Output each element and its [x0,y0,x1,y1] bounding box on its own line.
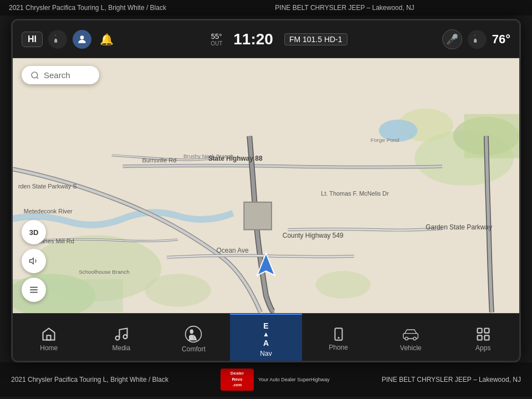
svg-text:Schoolhouse Branch: Schoolhouse Branch [79,269,130,275]
microphone-button[interactable]: 🎤 [442,29,462,49]
svg-text:rden State Parkway S: rden State Parkway S [18,183,76,190]
hamburger-icon [29,285,39,295]
nav-direction-indicator: E ▲ A [263,321,269,348]
passenger-seat-icon[interactable] [468,30,487,49]
bottom-dealer-info: PINE BELT CHRYSLER JEEP – Lakewood, NJ [382,376,521,383]
outdoor-temp-label: OUT [211,40,222,47]
status-center-display: 55° OUT 11:20 FM 101.5 HD-1 [211,32,347,47]
svg-text:Brushy Neck Branch: Brushy Neck Branch [183,153,233,159]
nav-item-comfort[interactable]: Comfort [157,314,230,362]
search-icon [30,71,39,80]
speaker-icon [29,256,39,266]
home-icon [41,326,57,342]
seat-heat-icon[interactable] [48,30,67,49]
svg-text:Lt. Thomas F. McNelis Dr: Lt. Thomas F. McNelis Dr [321,190,389,197]
svg-marker-26 [30,258,34,264]
nav-item-nav[interactable]: E ▲ A Nav [230,314,303,362]
map-3d-button[interactable]: 3D [22,220,46,244]
seat-comfort-icon [185,325,202,343]
dealer-logo: DealerRevs.com [221,369,254,391]
svg-rect-43 [484,328,489,332]
svg-text:Metedeconk River: Metedeconk River [24,208,73,214]
nav-label-media: Media [112,344,131,352]
nav-label-phone: Phone [329,344,348,351]
svg-point-25 [32,72,38,78]
nav-item-home[interactable]: Home [13,314,85,362]
nav-item-vehicle[interactable]: Vehicle [375,314,447,362]
music-icon [114,326,129,342]
svg-point-40 [405,337,408,340]
search-placeholder: Search [44,70,70,80]
svg-text:Ocean Ave: Ocean Ave [217,247,249,254]
svg-rect-45 [484,335,489,340]
map-audio-button[interactable] [22,249,46,273]
vehicle-icon [402,326,420,342]
nav-label-vehicle: Vehicle [400,344,422,352]
car-info-left: 2021 Chrysler Pacifica Touring L, Bright… [9,4,166,12]
top-info-bar: 2021 Chrysler Pacifica Touring L, Bright… [0,0,532,16]
svg-marker-30 [257,253,275,275]
map-controls: 3D [22,220,46,302]
head-display-icon[interactable] [73,30,91,49]
map-menu-button[interactable] [22,278,46,302]
svg-point-0 [80,35,84,39]
status-bar: HI 🔔 55° OUT 11:20 FM 101.5 HD-1 🎤 [13,21,519,58]
map-display[interactable]: Burrsville Rd State Highway 88 rden Stat… [13,58,519,313]
nav-item-media[interactable]: Media [85,314,158,362]
nav-label-nav: Nav [260,350,272,357]
svg-rect-44 [477,335,482,340]
infotainment-screen: HI 🔔 55° OUT 11:20 FM 101.5 HD-1 🎤 [11,19,521,362]
status-left-controls: HI 🔔 [22,30,116,49]
nav-item-apps[interactable]: Apps [447,314,519,362]
svg-text:Forge Pond: Forge Pond [371,137,400,143]
dealer-info-center: PINE BELT CHRYSLER JEEP – Lakewood, NJ [275,4,414,12]
nav-label-apps: Apps [475,344,490,352]
nav-item-phone[interactable]: Phone [302,314,375,362]
dealer-logo-area: DealerRevs.com Your Auto Dealer SuperHig… [221,369,330,391]
direction-arrow-icon [253,251,279,278]
apps-icon [475,326,491,342]
dealer-tagline: Your Auto Dealer SuperHighway [258,376,330,383]
clock-display: 11:20 [233,32,273,47]
svg-point-9 [145,274,211,307]
notification-bell-icon[interactable]: 🔔 [97,30,116,49]
svg-point-32 [115,336,119,340]
svg-point-41 [413,337,416,340]
nav-label-comfort: Comfort [182,345,206,353]
nav-label-home: Home [40,344,58,352]
status-right-controls: 🎤 76° [442,29,510,49]
svg-rect-12 [244,202,272,230]
svg-point-35 [190,329,193,334]
svg-rect-8 [464,114,519,158]
bottom-car-info: 2021 Chrysler Pacifica Touring L, Bright… [11,376,168,383]
bottom-navigation: Home Media Comfort E ▲ A [13,313,519,362]
svg-text:Burrsville Rd: Burrsville Rd [142,157,176,163]
phone-icon [331,327,346,341]
svg-rect-31 [47,335,51,340]
passenger-temp-display: 76° [492,32,510,47]
navigation-arrow [253,251,279,280]
search-bar[interactable]: Search [22,66,99,84]
bottom-photo-bar: 2021 Chrysler Pacifica Touring L, Bright… [0,362,532,397]
svg-text:County Highway 549: County Highway 549 [283,232,344,239]
svg-rect-42 [477,328,482,332]
svg-point-10 [315,271,370,299]
outdoor-temp: 55° [211,32,222,40]
radio-display[interactable]: FM 101.5 HD-1 [284,33,347,45]
hi-button[interactable]: HI [22,32,43,47]
svg-text:Garden State Parkway: Garden State Parkway [426,223,492,231]
svg-point-33 [123,335,127,339]
